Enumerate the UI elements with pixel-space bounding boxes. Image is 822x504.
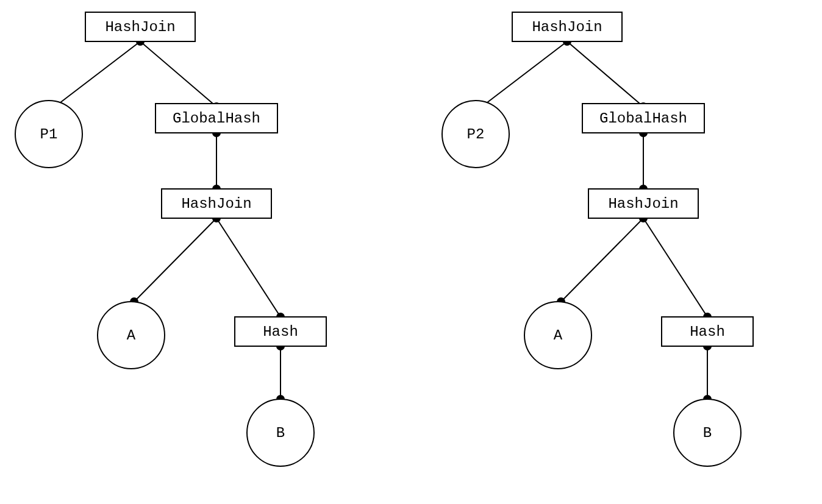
edge (561, 218, 643, 302)
node-label: P2 (467, 126, 485, 143)
node-label: HashJoin (608, 196, 678, 212)
edge (216, 218, 281, 317)
node-label: B (703, 425, 712, 441)
edge (140, 41, 216, 107)
node-label: GlobalHash (173, 110, 260, 127)
tree-left: HashJoin P1 GlobalHash HashJoin A Hash B (15, 12, 326, 466)
edge (134, 218, 216, 302)
query-plan-diagram: HashJoin P1 GlobalHash HashJoin A Hash B (0, 0, 822, 504)
tree-right: HashJoin P2 GlobalHash HashJoin A Hash B (442, 12, 753, 466)
edge (643, 218, 707, 317)
edge (55, 41, 140, 107)
node-label: HashJoin (181, 196, 251, 212)
node-label: A (554, 327, 563, 344)
node-label: Hash (690, 324, 725, 340)
edge (567, 41, 643, 107)
edge (482, 41, 567, 107)
node-label: HashJoin (105, 19, 175, 35)
node-label: GlobalHash (599, 110, 687, 127)
node-label: A (127, 327, 136, 344)
node-label: HashJoin (532, 19, 602, 35)
node-label: Hash (263, 324, 298, 340)
node-label: B (276, 425, 285, 441)
node-label: P1 (40, 126, 58, 143)
